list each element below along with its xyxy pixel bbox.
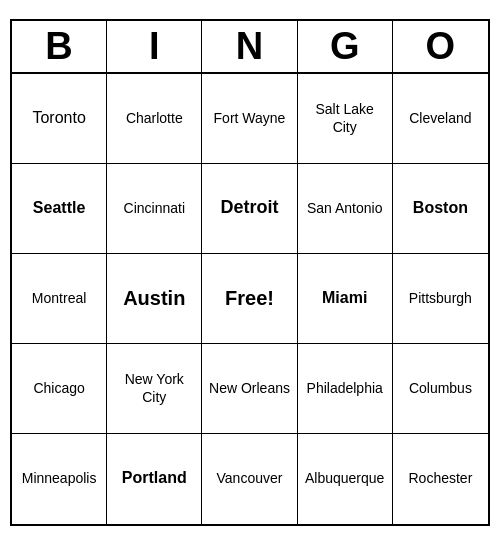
cell-minneapolis: Minneapolis	[12, 434, 107, 524]
letter-g: G	[298, 21, 393, 72]
cell-free: Free!	[202, 254, 297, 344]
letter-o: O	[393, 21, 488, 72]
cell-detroit: Detroit	[202, 164, 297, 254]
cell-austin: Austin	[107, 254, 202, 344]
cell-san-antonio: San Antonio	[298, 164, 393, 254]
cell-montreal: Montreal	[12, 254, 107, 344]
cell-rochester: Rochester	[393, 434, 488, 524]
bingo-grid: Toronto Charlotte Fort Wayne Salt Lake C…	[12, 74, 488, 524]
bingo-header: B I N G O	[12, 21, 488, 74]
cell-albuquerque: Albuquerque	[298, 434, 393, 524]
cell-new-orleans: New Orleans	[202, 344, 297, 434]
cell-fort-wayne: Fort Wayne	[202, 74, 297, 164]
letter-n: N	[202, 21, 297, 72]
letter-b: B	[12, 21, 107, 72]
cell-new-york-city: New York City	[107, 344, 202, 434]
cell-columbus: Columbus	[393, 344, 488, 434]
cell-vancouver: Vancouver	[202, 434, 297, 524]
cell-boston: Boston	[393, 164, 488, 254]
cell-portland: Portland	[107, 434, 202, 524]
cell-philadelphia: Philadelphia	[298, 344, 393, 434]
bingo-card: B I N G O Toronto Charlotte Fort Wayne S…	[10, 19, 490, 526]
cell-salt-lake-city: Salt Lake City	[298, 74, 393, 164]
cell-cleveland: Cleveland	[393, 74, 488, 164]
cell-charlotte: Charlotte	[107, 74, 202, 164]
letter-i: I	[107, 21, 202, 72]
cell-miami: Miami	[298, 254, 393, 344]
cell-chicago: Chicago	[12, 344, 107, 434]
cell-seattle: Seattle	[12, 164, 107, 254]
cell-toronto: Toronto	[12, 74, 107, 164]
cell-pittsburgh: Pittsburgh	[393, 254, 488, 344]
cell-cincinnati: Cincinnati	[107, 164, 202, 254]
